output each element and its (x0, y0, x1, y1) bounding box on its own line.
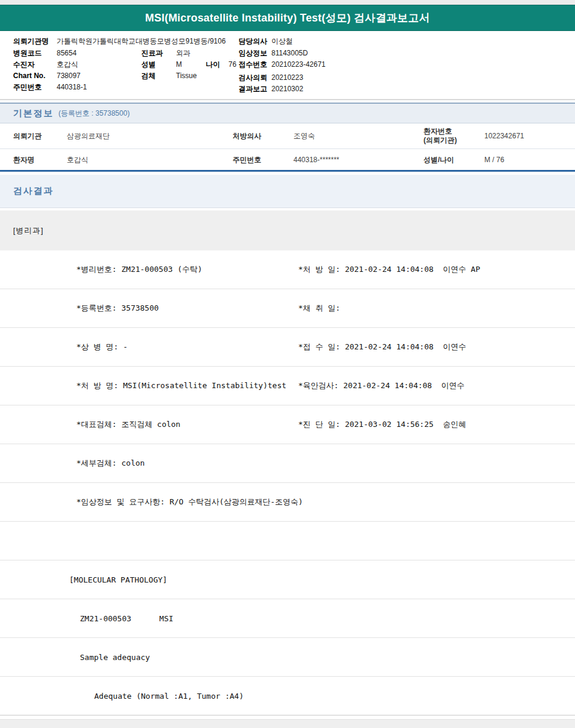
attending-doctor-label: 담당의사 (239, 37, 267, 45)
request-org-label: 의뢰기관 (13, 132, 42, 141)
resident-reg-label: 주민번호 (233, 155, 261, 164)
examinee-label: 수진자 (13, 60, 35, 69)
collection-date: *채 취 일: (298, 303, 340, 314)
pathology-dept-label: [병리과] (13, 225, 44, 236)
report-page: MSI(Microsatellite Instability) Test(성모)… (0, 0, 575, 728)
resident-no-value: 440318-1 (57, 83, 87, 91)
adequacy-result: Adequate (Normal :A1, Tumor :A4) (94, 692, 243, 701)
report-title-bar: MSI(Microsatellite Instability) Test(성모)… (0, 5, 575, 31)
referrer-name-label: 의뢰기관명 (13, 37, 49, 45)
clinical-info-label: 임상정보 (239, 49, 267, 57)
department-band: [병리과] (0, 210, 575, 250)
result-rows: *병리번호: ZM21-000503 (수탁) *처 방 일: 2021-02-… (0, 250, 575, 715)
examinee-value: 호갑식 (57, 60, 78, 69)
footer-bar (0, 719, 575, 728)
patient-name-label: 환자명 (13, 155, 35, 164)
result-row-representative-specimen: *대표검체: 조직검체 colon *진 단 일: 2021-03-02 14:… (0, 405, 575, 444)
msi-test-id: ZM21-000503 MSI (80, 614, 174, 623)
result-row-pathology-no: *병리번호: ZM21-000503 (수탁) *처 방 일: 2021-02-… (0, 250, 575, 289)
test-request-date-value: 20210223 (271, 73, 303, 82)
representative-specimen: *대표검체: 조직검체 colon (76, 419, 180, 430)
result-row-disease-name: *상 병 명: - *접 수 일: 2021-02-24 14:04:08 이연… (0, 328, 575, 367)
result-row-msi-id: ZM21-000503 MSI (0, 599, 575, 638)
basic-info-section-header: 기본정보 (등록번호 : 35738500) (0, 103, 575, 123)
result-row-registration-no: *등록번호: 35738500 *채 취 일: (0, 289, 575, 328)
sex-age-label: 성별/나이 (423, 155, 454, 164)
page-title: MSI(Microsatellite Instability) Test(성모)… (145, 11, 429, 25)
referrer-name-value: 가톨릭학원가톨릭대학교대병동모병성모91병동/9106 (57, 37, 225, 45)
result-row-sample-adequacy: Sample adequacy (0, 638, 575, 677)
window-top-strip (0, 0, 575, 5)
specimen-value: Tissue (176, 72, 197, 80)
result-report-date-value: 20210302 (271, 85, 303, 93)
chart-no-value: 738097 (57, 72, 81, 80)
sample-adequacy-heading: Sample adequacy (80, 653, 150, 662)
result-row-prescription-name: *처 방 명: MSI(Microsatellite Instability)t… (0, 367, 575, 405)
test-request-date-label: 검사의뢰 (239, 73, 267, 82)
age-value: 76 (228, 60, 236, 69)
basic-info-row-2: 환자명 호갑식 주민번호 440318-******* 성별/나이 M / 76 (0, 149, 575, 170)
result-row-empty (0, 522, 575, 560)
result-report-date-label: 결과보고 (239, 85, 267, 93)
patient-name-value: 호갑식 (67, 155, 88, 164)
prescribing-doctor-value: 조영숙 (293, 132, 315, 141)
specimen-label: 검체 (141, 72, 156, 80)
result-row-clinical-request: *임상정보 및 요구사항: R/O 수탁검사(삼광의료재단-조영숙) (0, 483, 575, 522)
detail-specimen: *세부검체: colon (76, 458, 145, 469)
registration-number: (등록번호 : 35738500) (58, 109, 129, 119)
clinical-request: *임상정보 및 요구사항: R/O 수탁검사(삼광의료재단-조영숙) (76, 497, 303, 507)
disease-name: *상 병 명: - (76, 342, 128, 352)
receipt-date: *접 수 일: 2021-02-24 14:04:08 이연수 (298, 342, 466, 352)
sex-value: M (176, 60, 182, 69)
basic-info-row-1: 의뢰기관 삼광의료재단 처방의사 조영숙 환자번호 (의뢰기관) 1022342… (0, 123, 575, 149)
sex-age-value: M / 76 (484, 155, 504, 164)
clinical-info-value: 81143005D (271, 49, 308, 57)
patient-no-label: 환자번호 (의뢰기관) (423, 127, 457, 145)
gross-exam-date: *육안검사: 2021-02-24 14:04:08 이연수 (298, 380, 465, 391)
patient-header-block: 의뢰기관명 가톨릭학원가톨릭대학교대병동모병성모91병동/9106 병원코드 8… (0, 35, 575, 97)
basic-info-title: 기본정보 (13, 108, 54, 119)
basic-info-bottom-border (0, 170, 575, 172)
result-row-detail-specimen: *세부검체: colon (0, 444, 575, 483)
test-result-section-header: 검사결과 (0, 175, 575, 208)
test-result-title: 검사결과 (13, 185, 54, 197)
diagnosis-date: *진 단 일: 2021-03-02 14:56:25 송인혜 (298, 419, 466, 430)
section-divider (0, 99, 575, 100)
resident-no-label: 주민번호 (13, 83, 42, 91)
result-row-adequate: Adequate (Normal :A1, Tumor :A4) (0, 677, 575, 715)
prescription-name: *처 방 명: MSI(Microsatellite Instability)t… (76, 380, 286, 391)
chart-no-label: Chart No. (13, 72, 45, 80)
result-row-molecular-pathology: [MOLECULAR PATHOLOGY] (0, 560, 575, 599)
hospital-code-label: 병원코드 (13, 49, 42, 57)
molecular-pathology-heading: [MOLECULAR PATHOLOGY] (69, 575, 167, 584)
sex-label: 성별 (141, 60, 156, 69)
prescription-date: *처 방 일: 2021-02-24 14:04:08 이연수 AP (298, 264, 480, 275)
patient-no-value: 1022342671 (484, 132, 524, 141)
pathology-no: *병리번호: ZM21-000503 (수탁) (76, 264, 202, 275)
registration-no: *등록번호: 35738500 (76, 303, 159, 314)
age-label: 나이 (206, 60, 220, 69)
receipt-no-label: 접수번호 (239, 60, 267, 69)
hospital-code-value: 85654 (57, 49, 76, 57)
prescribing-doctor-label: 처방의사 (233, 132, 261, 141)
department-value: 외과 (176, 49, 190, 57)
request-org-value: 삼광의료재단 (67, 132, 110, 141)
resident-reg-value: 440318-******* (293, 155, 339, 164)
attending-doctor-value: 이상철 (271, 37, 293, 45)
receipt-no-value: 20210223-42671 (271, 60, 326, 69)
department-label: 진료과 (141, 49, 163, 57)
